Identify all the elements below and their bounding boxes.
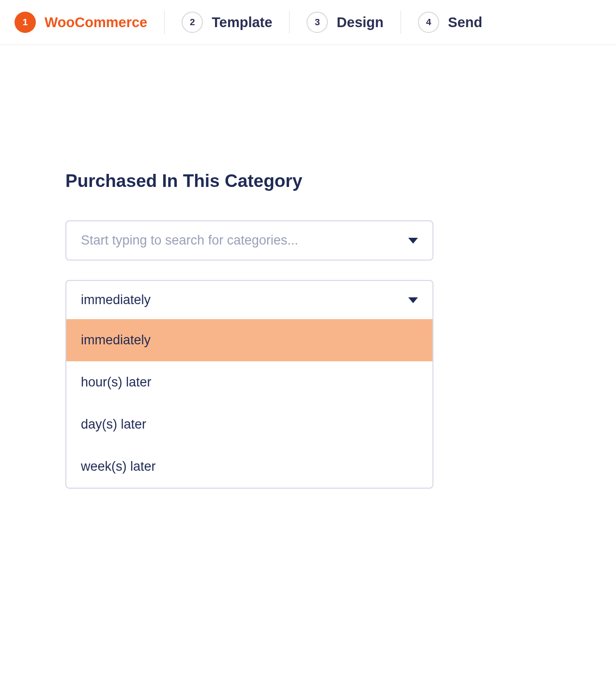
step-woocommerce[interactable]: 1 WooCommerce <box>15 12 147 33</box>
category-select-wrapper: Start typing to search for categories... <box>65 220 433 261</box>
timing-option-immediately[interactable]: immediately <box>66 319 432 361</box>
step-label: Send <box>448 15 482 31</box>
step-send[interactable]: 4 Send <box>418 12 482 33</box>
timing-option-weeks[interactable]: week(s) later <box>66 446 432 488</box>
category-select[interactable]: Start typing to search for categories... <box>65 220 433 261</box>
step-divider <box>289 11 290 34</box>
step-number-circle: 4 <box>418 12 439 33</box>
timing-dropdown: immediately immediately hour(s) later da… <box>65 280 433 489</box>
step-divider <box>400 11 401 34</box>
step-number: 2 <box>190 17 195 28</box>
stepper: 1 WooCommerce 2 Template 3 Design 4 Send <box>0 0 616 45</box>
step-number: 3 <box>315 17 320 28</box>
timing-option-label: immediately <box>81 333 151 347</box>
timing-option-hours[interactable]: hour(s) later <box>66 361 432 403</box>
step-number: 4 <box>426 17 431 28</box>
main-content: Purchased In This Category Start typing … <box>0 45 616 489</box>
category-select-placeholder: Start typing to search for categories... <box>81 233 298 248</box>
chevron-down-icon <box>408 297 418 303</box>
step-template[interactable]: 2 Template <box>182 12 272 33</box>
step-label: Template <box>212 15 272 31</box>
step-number-circle: 2 <box>182 12 203 33</box>
section-title: Purchased In This Category <box>65 171 551 191</box>
timing-select[interactable]: immediately <box>65 280 433 319</box>
timing-dropdown-list: immediately hour(s) later day(s) later w… <box>65 319 433 489</box>
timing-selected-value: immediately <box>81 293 151 308</box>
chevron-down-icon <box>408 238 418 244</box>
step-number: 1 <box>23 17 28 28</box>
timing-option-label: hour(s) later <box>81 375 152 389</box>
timing-option-label: week(s) later <box>81 459 156 474</box>
step-label: Design <box>337 15 384 31</box>
step-number-circle: 3 <box>307 12 328 33</box>
timing-option-days[interactable]: day(s) later <box>66 403 432 446</box>
step-design[interactable]: 3 Design <box>307 12 384 33</box>
step-label: WooCommerce <box>45 15 147 31</box>
step-number-circle: 1 <box>15 12 36 33</box>
step-divider <box>164 11 165 34</box>
timing-option-label: day(s) later <box>81 417 146 431</box>
